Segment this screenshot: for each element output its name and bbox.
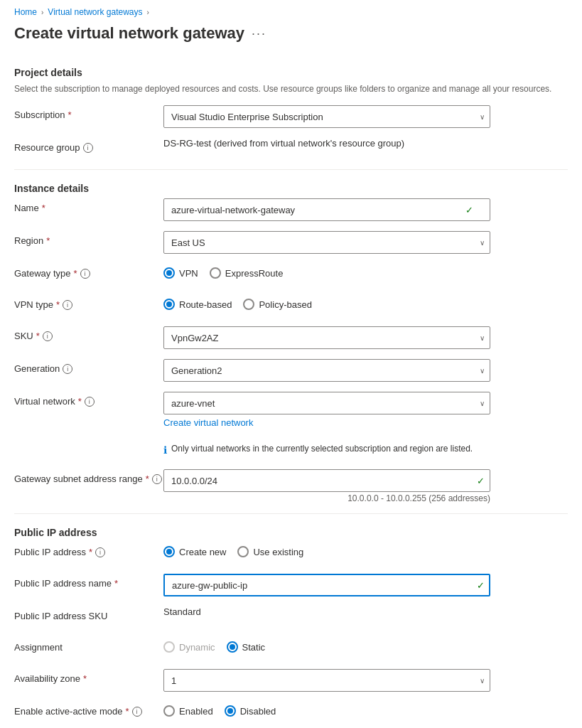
page-title: Create virtual network gateway xyxy=(14,24,244,43)
region-select[interactable]: East US xyxy=(163,231,490,254)
az-label: Availability zone * xyxy=(14,669,163,684)
vnet-info-message: ℹ Only virtual networks in the currently… xyxy=(163,438,490,459)
sku-select-wrapper: VpnGw2AZ ∨ xyxy=(163,326,490,349)
vnet-info-label-spacer xyxy=(14,438,163,442)
gateway-type-info-icon[interactable]: i xyxy=(80,269,90,279)
breadcrumb-sep1: › xyxy=(41,9,43,16)
vpn-type-row: VPN type * i Route-based Policy-based xyxy=(14,295,568,316)
instance-details-title: Instance details xyxy=(14,183,568,194)
breadcrumb-vngateways[interactable]: Virtual network gateways xyxy=(48,7,142,17)
breadcrumb-sep2: › xyxy=(147,9,149,16)
gateway-type-control: VPN ExpressRoute xyxy=(163,264,490,279)
expressroute-radio-item[interactable]: ExpressRoute xyxy=(210,267,284,279)
name-required: * xyxy=(42,203,45,213)
resource-group-value: DS-RG-test (derived from virtual network… xyxy=(163,134,404,149)
ip-sku-label: Public IP address SKU xyxy=(14,606,163,621)
active-mode-enabled-radio-item[interactable]: Enabled xyxy=(163,705,213,717)
region-select-wrapper: East US ∨ xyxy=(163,231,490,254)
expressroute-radio-circle xyxy=(210,267,221,279)
active-mode-label: Enable active-active mode * i xyxy=(14,702,163,717)
vnet-info-blue-icon: ℹ xyxy=(163,444,167,456)
active-mode-enabled-label: Enabled xyxy=(179,706,213,717)
name-label: Name * xyxy=(14,198,163,213)
vnet-select-wrapper: azure-vnet ∨ xyxy=(163,392,490,414)
gateway-type-row: Gateway type * i VPN ExpressRoute xyxy=(14,264,568,285)
public-ip-info-icon[interactable]: i xyxy=(95,547,105,557)
vnet-required: * xyxy=(78,396,82,407)
public-ip-title: Public IP address xyxy=(14,527,568,538)
public-ip-row: Public IP address * i Create new Use exi… xyxy=(14,542,568,564)
assignment-control: Dynamic Static xyxy=(163,638,490,653)
dynamic-radio-label: Dynamic xyxy=(179,642,215,653)
generation-control: Generation2 ∨ xyxy=(163,359,490,382)
vpn-type-label: VPN type * i xyxy=(14,295,163,310)
gateway-type-required: * xyxy=(74,268,77,279)
active-mode-row: Enable active-active mode * i Enabled Di… xyxy=(14,702,568,723)
create-new-radio-item[interactable]: Create new xyxy=(163,546,226,557)
generation-select[interactable]: Generation2 xyxy=(163,359,490,382)
ip-name-input-wrapper: ✓ xyxy=(163,574,490,596)
active-mode-disabled-label: Disabled xyxy=(240,706,276,717)
vnet-info-row: ℹ Only virtual networks in the currently… xyxy=(14,438,568,459)
vpn-type-control: Route-based Policy-based xyxy=(163,295,490,310)
assignment-row: Assignment Dynamic Static xyxy=(14,638,568,659)
expressroute-radio-label: ExpressRoute xyxy=(225,268,284,279)
static-radio-item[interactable]: Static xyxy=(227,641,266,653)
vpn-type-required: * xyxy=(56,299,60,310)
az-select-wrapper: 1 ∨ xyxy=(163,669,490,692)
vnet-control: azure-vnet ∨ Create virtual network xyxy=(163,392,490,428)
subscription-row: Subscription * Visual Studio Enterprise … xyxy=(14,105,568,128)
region-control: East US ∨ xyxy=(163,231,490,254)
sku-control: VpnGw2AZ ∨ xyxy=(163,326,490,349)
assignment-radio-group: Dynamic Static xyxy=(163,638,490,653)
subnet-input[interactable] xyxy=(163,469,490,492)
section-divider-2 xyxy=(14,513,568,514)
subscription-required: * xyxy=(68,109,72,120)
create-vnet-link[interactable]: Create virtual network xyxy=(163,417,253,428)
page-menu-icon[interactable]: ··· xyxy=(252,26,266,41)
breadcrumb-home[interactable]: Home xyxy=(14,7,37,17)
sku-info-icon[interactable]: i xyxy=(43,331,53,341)
active-mode-disabled-radio-item[interactable]: Disabled xyxy=(225,705,276,717)
subnet-info-icon[interactable]: i xyxy=(152,474,162,484)
subscription-select-wrapper: Visual Studio Enterprise Subscription ∨ xyxy=(163,105,490,128)
vpn-type-info-icon[interactable]: i xyxy=(63,300,72,310)
sku-select[interactable]: VpnGw2AZ xyxy=(163,326,490,349)
active-mode-disabled-circle xyxy=(225,705,236,717)
az-select[interactable]: 1 xyxy=(163,669,490,692)
ip-sku-control: Standard xyxy=(163,606,490,617)
route-based-radio-circle xyxy=(163,299,175,310)
az-control: 1 ∨ xyxy=(163,669,490,692)
vnet-select[interactable]: azure-vnet xyxy=(163,392,490,414)
route-based-radio-label: Route-based xyxy=(179,299,232,310)
resource-group-info-icon[interactable]: i xyxy=(83,143,93,153)
ip-name-control: ✓ xyxy=(163,574,490,596)
active-mode-enabled-circle xyxy=(163,705,175,717)
use-existing-radio-circle xyxy=(237,546,249,557)
main-content: Project details Select the subscription … xyxy=(0,67,582,728)
dynamic-radio-item[interactable]: Dynamic xyxy=(163,641,215,653)
section-divider-1 xyxy=(14,169,568,170)
subscription-select[interactable]: Visual Studio Enterprise Subscription xyxy=(163,105,490,128)
policy-based-radio-item[interactable]: Policy-based xyxy=(243,299,311,310)
route-based-radio-item[interactable]: Route-based xyxy=(163,299,232,310)
sku-label: SKU * i xyxy=(14,326,163,341)
active-mode-info-icon[interactable]: i xyxy=(132,707,142,717)
subnet-control: ✓ 10.0.0.0 - 10.0.0.255 (256 addresses) xyxy=(163,469,490,503)
ip-name-input[interactable] xyxy=(163,574,490,596)
use-existing-radio-item[interactable]: Use existing xyxy=(237,546,303,557)
vpn-radio-circle xyxy=(163,267,175,279)
subnet-required: * xyxy=(146,473,149,484)
public-ip-radio-group: Create new Use existing xyxy=(163,542,490,557)
resource-group-row: Resource group i DS-RG-test (derived fro… xyxy=(14,138,568,159)
static-radio-circle xyxy=(227,641,238,653)
name-input[interactable] xyxy=(163,198,490,221)
vnet-info-icon[interactable]: i xyxy=(85,397,95,407)
generation-info-icon[interactable]: i xyxy=(63,364,72,374)
subscription-label: Subscription * xyxy=(14,105,163,120)
vpn-radio-item[interactable]: VPN xyxy=(163,267,198,279)
ip-name-required: * xyxy=(114,578,118,589)
dynamic-radio-circle xyxy=(163,641,175,653)
breadcrumb: Home › Virtual network gateways › xyxy=(0,0,582,21)
subnet-row: Gateway subnet address range * i ✓ 10.0.… xyxy=(14,469,568,503)
